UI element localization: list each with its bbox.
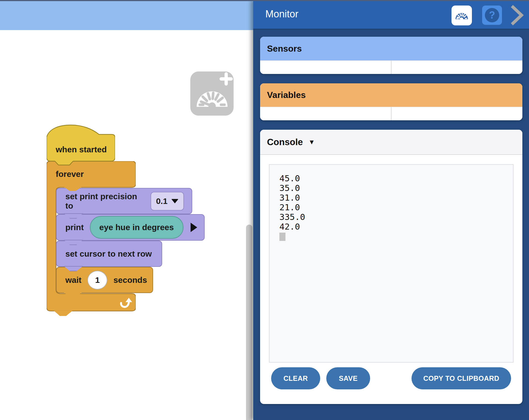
canvas-scrollbar[interactable] xyxy=(246,225,252,420)
monitor-panel: Monitor xyxy=(253,0,529,420)
block-label: wait xyxy=(65,275,81,285)
console-line: 42.0 xyxy=(279,222,305,232)
table-divider xyxy=(391,61,392,74)
block-print[interactable]: print eye hue in degrees xyxy=(56,214,205,241)
dropdown-arrow-icon xyxy=(171,199,178,203)
console-cursor xyxy=(279,233,285,241)
variables-header: Variables xyxy=(260,83,522,107)
console-line: 45.0 xyxy=(279,174,305,183)
console-line: 21.0 xyxy=(279,203,305,212)
gauge-icon xyxy=(454,9,469,22)
variables-table xyxy=(260,107,522,120)
section-title: Sensors xyxy=(267,44,302,54)
console-header: Console ▼ xyxy=(260,130,522,155)
reporter-label: eye hue in degrees xyxy=(99,223,174,232)
console-actions: CLEAR SAVE COPY TO CLIPBOARD xyxy=(260,367,522,389)
block-label: set print precision to xyxy=(65,192,145,211)
clear-button[interactable]: CLEAR xyxy=(271,367,320,389)
block-label: forever xyxy=(56,169,84,179)
sensors-table xyxy=(260,60,522,74)
add-gauge-widget-button[interactable] xyxy=(190,71,234,116)
window-top-edge xyxy=(0,0,529,1)
console-output[interactable]: 45.035.031.021.0335.042.0 xyxy=(269,164,514,363)
wait-value: 1 xyxy=(95,275,100,285)
console-line: 35.0 xyxy=(279,183,305,193)
copy-to-clipboard-button[interactable]: COPY TO CLIPBOARD xyxy=(412,367,511,389)
block-label: when started xyxy=(56,145,107,154)
block-set-print-precision[interactable]: set print precision to 0.1 xyxy=(56,188,192,214)
collapse-panel-button[interactable] xyxy=(510,4,524,26)
app-window: when started forever set print precision… xyxy=(0,0,529,420)
expand-arrow-icon[interactable] xyxy=(191,223,197,232)
console-collapse-icon[interactable]: ▼ xyxy=(308,139,315,145)
wait-value-input[interactable]: 1 xyxy=(87,271,107,289)
variables-card: Variables xyxy=(260,83,522,120)
precision-value: 0.1 xyxy=(156,196,168,206)
precision-dropdown[interactable]: 0.1 xyxy=(151,192,184,211)
loop-arrow-icon xyxy=(119,297,132,309)
help-icon: ? xyxy=(485,8,499,22)
print-argument-reporter[interactable]: eye hue in degrees xyxy=(90,216,183,239)
console-title: Console xyxy=(267,137,303,147)
notch-tab xyxy=(54,311,73,316)
block-when-started[interactable]: when started xyxy=(47,124,115,166)
code-canvas[interactable]: when started forever set print precision… xyxy=(0,30,253,420)
panel-title: Monitor xyxy=(265,8,298,20)
console-lines: 45.035.031.021.0335.042.0 xyxy=(279,174,305,232)
top-toolbar xyxy=(0,1,253,30)
table-divider xyxy=(391,107,392,120)
console-line: 31.0 xyxy=(279,193,305,203)
block-label: set cursor to next row xyxy=(65,249,152,259)
sensors-card: Sensors xyxy=(260,37,522,74)
console-cursor-row xyxy=(279,232,285,241)
help-button[interactable]: ? xyxy=(482,6,502,25)
block-label: seconds xyxy=(113,275,147,285)
section-title: Variables xyxy=(267,90,306,100)
save-button[interactable]: SAVE xyxy=(326,367,370,389)
console-card: Console ▼ 45.035.031.021.0335.042.0 CLEA… xyxy=(260,130,522,404)
sensors-header: Sensors xyxy=(260,37,522,60)
monitor-header: Monitor xyxy=(253,0,529,30)
console-line: 335.0 xyxy=(279,212,305,222)
monitor-gauge-button[interactable] xyxy=(451,6,472,25)
block-label: print xyxy=(65,223,84,232)
